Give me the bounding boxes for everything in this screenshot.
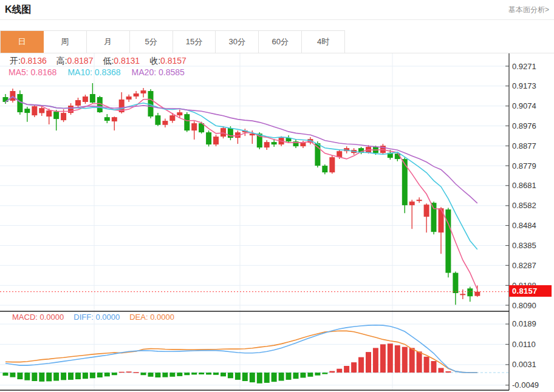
close-value: 收:0.8157 <box>149 56 186 67</box>
high-value: 高:0.8187 <box>56 56 94 67</box>
svg-text:0.8877: 0.8877 <box>512 141 536 150</box>
macd-value: MACD: 0.0000 <box>12 313 64 322</box>
svg-text:0.0189: 0.0189 <box>512 319 536 328</box>
tab-60min[interactable]: 60分 <box>259 31 302 53</box>
tab-bar: 日周月5分15分30分60分4时 <box>0 30 554 53</box>
svg-text:0.9271: 0.9271 <box>512 62 536 71</box>
diff-value: DIFF: 0.0000 <box>74 313 120 322</box>
svg-text:0.8976: 0.8976 <box>512 121 536 130</box>
ohlc-row: 开:0.8136 高:0.8187 低:0.8131 收:0.8157 <box>10 56 186 67</box>
tab-5min[interactable]: 5分 <box>130 31 173 53</box>
open-value: 开:0.8136 <box>10 56 47 67</box>
kline-chart-svg[interactable]: 0.92710.91730.90740.89760.88770.87790.86… <box>0 53 554 392</box>
svg-text:-0.0049: -0.0049 <box>512 380 539 390</box>
svg-text:0.8484: 0.8484 <box>512 221 536 230</box>
ma5-value: MA5: 0.8168 <box>9 67 56 77</box>
dea-value: DEA: 0.0000 <box>129 313 174 322</box>
chart-area: 0.92710.91730.90740.89760.88770.87790.86… <box>0 53 554 392</box>
fundamental-analysis-link[interactable]: 基本面分析> <box>508 5 549 15</box>
svg-text:0.8287: 0.8287 <box>512 261 536 270</box>
svg-text:0.9074: 0.9074 <box>512 101 536 110</box>
tab-week[interactable]: 周 <box>44 31 87 53</box>
tab-15min[interactable]: 15分 <box>173 31 216 53</box>
low-value: 低:0.8131 <box>103 56 140 67</box>
macd-values-row: MACD: 0.0000 DIFF: 0.0000 DEA: 0.0000 <box>12 313 174 322</box>
svg-text:0.8779: 0.8779 <box>512 161 536 171</box>
svg-text:0.8385: 0.8385 <box>512 241 536 250</box>
svg-text:0.8582: 0.8582 <box>512 201 536 210</box>
tab-month[interactable]: 月 <box>87 31 130 53</box>
tab-day[interactable]: 日 <box>1 31 44 53</box>
svg-text:0.0110: 0.0110 <box>512 340 536 349</box>
header: K线图 基本面分析> <box>0 0 554 20</box>
ma-row: MA5: 0.8168 MA10: 0.8368 MA20: 0.8585 <box>9 67 185 77</box>
page-title: K线图 <box>5 4 32 16</box>
current-price-badge: 0.8157 <box>509 285 552 297</box>
svg-text:0.8090: 0.8090 <box>512 301 536 310</box>
ma20-value: MA20: 0.8585 <box>132 67 185 77</box>
svg-text:0.0031: 0.0031 <box>512 360 536 369</box>
svg-text:0.9173: 0.9173 <box>512 81 536 90</box>
tab-30min[interactable]: 30分 <box>216 31 259 53</box>
tab-4hour[interactable]: 4时 <box>302 31 345 53</box>
ma10-value: MA10: 0.8368 <box>67 67 120 77</box>
svg-text:0.8681: 0.8681 <box>512 181 536 190</box>
